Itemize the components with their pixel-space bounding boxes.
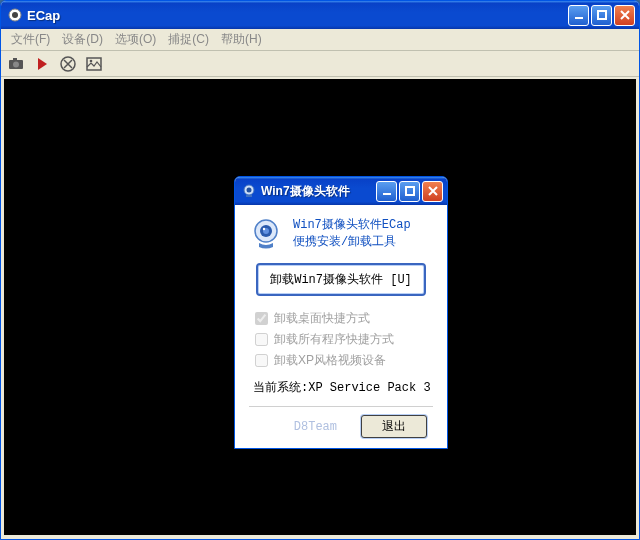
dialog-head1: Win7摄像头软件ECap	[293, 217, 411, 234]
app-icon	[7, 7, 23, 23]
checkbox-desktop-input[interactable]	[255, 312, 268, 325]
play-icon[interactable]	[33, 55, 51, 73]
svg-rect-2	[575, 17, 583, 19]
webcam-icon	[241, 183, 257, 199]
menu-options[interactable]: 选项(O)	[109, 29, 162, 50]
camera-icon[interactable]	[7, 55, 25, 73]
picture-icon[interactable]	[85, 55, 103, 73]
svg-point-1	[12, 12, 18, 18]
menu-device[interactable]: 设备(D)	[56, 29, 109, 50]
checkbox-programs[interactable]: 卸载所有程序快捷方式	[255, 331, 433, 348]
svg-point-9	[90, 59, 93, 62]
svg-point-6	[13, 61, 19, 67]
dialog-minimize-button[interactable]	[376, 181, 397, 202]
stop-icon[interactable]	[59, 55, 77, 73]
main-menubar: 文件(F) 设备(D) 选项(O) 捕捉(C) 帮助(H)	[1, 29, 639, 51]
svg-rect-14	[406, 187, 414, 195]
checkbox-group: 卸载桌面快捷方式 卸载所有程序快捷方式 卸载XP风格视频设备	[255, 310, 433, 369]
dialog-heading: Win7摄像头软件ECap 便携安装/卸载工具	[293, 217, 411, 251]
uninstall-button[interactable]: 卸载Win7摄像头软件 [U]	[256, 263, 426, 296]
dialog-maximize-button[interactable]	[399, 181, 420, 202]
svg-rect-3	[598, 11, 606, 19]
svg-point-11	[247, 188, 252, 193]
checkbox-xp[interactable]: 卸载XP风格视频设备	[255, 352, 433, 369]
dialog-title: Win7摄像头软件	[261, 183, 376, 200]
main-titlebar[interactable]: ECap	[1, 1, 639, 29]
svg-rect-13	[383, 193, 391, 195]
dialog-close-button[interactable]	[422, 181, 443, 202]
menu-capture[interactable]: 捕捉(C)	[162, 29, 215, 50]
svg-rect-5	[13, 58, 17, 61]
dialog-head2: 便携安装/卸载工具	[293, 234, 411, 251]
menu-help[interactable]: 帮助(H)	[215, 29, 268, 50]
webcam-large-icon	[249, 217, 283, 251]
main-toolbar	[1, 51, 639, 77]
checkbox-desktop[interactable]: 卸载桌面快捷方式	[255, 310, 433, 327]
dialog-body: Win7摄像头软件ECap 便携安装/卸载工具 卸载Win7摄像头软件 [U] …	[235, 205, 447, 448]
checkbox-xp-input[interactable]	[255, 354, 268, 367]
main-title: ECap	[27, 8, 568, 23]
divider	[249, 406, 433, 407]
menu-file[interactable]: 文件(F)	[5, 29, 56, 50]
exit-button[interactable]: 退出	[361, 415, 427, 438]
dialog-titlebar[interactable]: Win7摄像头软件	[235, 177, 447, 205]
installer-dialog: Win7摄像头软件 Win7摄像头软件ECap 便携安装/卸载工具 卸载Win7…	[234, 176, 448, 449]
checkbox-programs-input[interactable]	[255, 333, 268, 346]
close-button[interactable]	[614, 5, 635, 26]
minimize-button[interactable]	[568, 5, 589, 26]
team-link[interactable]: D8Team	[294, 420, 337, 434]
svg-rect-12	[246, 195, 252, 197]
system-info: 当前系统:XP Service Pack 3	[253, 379, 433, 396]
svg-point-18	[263, 228, 265, 230]
maximize-button[interactable]	[591, 5, 612, 26]
